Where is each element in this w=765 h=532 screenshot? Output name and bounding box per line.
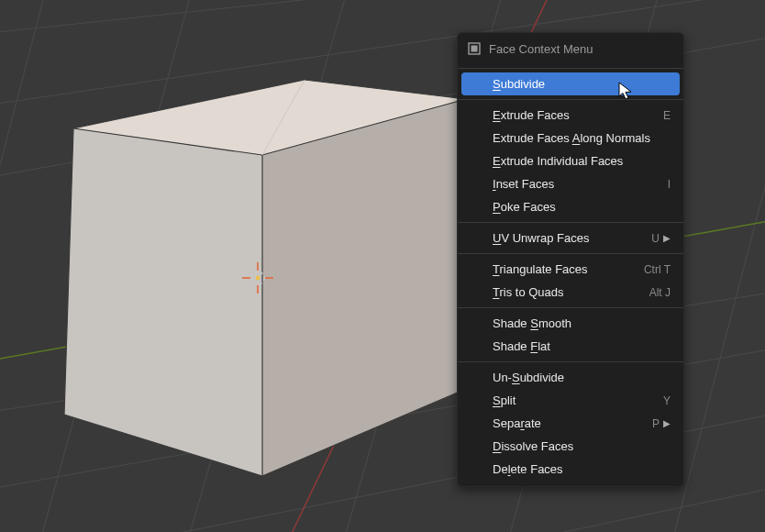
- submenu-arrow-icon: ▶: [663, 233, 671, 243]
- menu-title: Face Context Menu: [458, 33, 683, 64]
- menu-item-label: Dissolve Faces: [493, 439, 671, 453]
- menu-item-shortcut: P: [652, 417, 660, 430]
- svg-line-8: [28, 0, 202, 532]
- menu-item-label: Subdivide: [493, 77, 671, 91]
- menu-item-label: Split: [493, 393, 656, 407]
- menu-item-extrude-along-normals[interactable]: Extrude Faces Along Normals: [458, 127, 683, 150]
- menu-item-shortcut: U: [651, 232, 660, 245]
- menu-item-extrude-individual[interactable]: Extrude Individual Faces: [458, 150, 683, 172]
- menu-item-shortcut: E: [663, 109, 671, 122]
- menu-item-label: Poke Faces: [493, 200, 671, 214]
- menu-title-text: Face Context Menu: [489, 42, 593, 56]
- menu-item-label: Shade Smooth: [493, 316, 671, 330]
- menu-item-shortcut: I: [668, 178, 671, 191]
- menu-item-delete-faces[interactable]: Delete Faces: [458, 458, 683, 481]
- menu-item-label: Un-Subdivide: [493, 371, 671, 384]
- menu-separator: [458, 222, 683, 223]
- menu-item-label: Extrude Individual Faces: [493, 154, 671, 168]
- menu-separator: [458, 361, 683, 362]
- menu-item-shortcut: Alt J: [649, 286, 671, 299]
- menu-item-uv-unwrap[interactable]: UV Unwrap FacesU▶: [458, 227, 683, 249]
- menu-item-poke-faces[interactable]: Poke Faces: [458, 195, 683, 218]
- menu-item-shortcut: Ctrl T: [644, 263, 671, 276]
- menu-item-shortcut: Y: [663, 394, 671, 407]
- face-context-menu: Face Context Menu SubdivideExtrude Faces…: [457, 32, 684, 487]
- viewport-3d[interactable]: Face Context Menu SubdivideExtrude Faces…: [0, 0, 765, 532]
- menu-item-label: Inset Faces: [493, 177, 660, 191]
- menu-item-label: Separate: [493, 416, 645, 430]
- menu-item-tris-to-quads[interactable]: Tris to QuadsAlt J: [458, 281, 683, 304]
- svg-line-0: [0, 0, 765, 37]
- menu-item-label: Shade Flat: [493, 339, 671, 353]
- menu-separator: [458, 99, 683, 100]
- face-icon: [467, 41, 482, 56]
- menu-item-triangulate[interactable]: Triangulate FacesCtrl T: [458, 258, 683, 281]
- submenu-arrow-icon: ▶: [663, 418, 671, 428]
- svg-line-7: [0, 0, 55, 532]
- menu-item-label: UV Unwrap Faces: [493, 231, 644, 245]
- menu-item-shade-smooth[interactable]: Shade Smooth: [458, 312, 683, 335]
- menu-item-label: Tris to Quads: [493, 285, 642, 299]
- svg-rect-27: [471, 46, 478, 52]
- menu-item-label: Delete Faces: [493, 462, 671, 476]
- menu-separator: [458, 307, 683, 308]
- menu-separator: [458, 253, 683, 254]
- menu-item-extrude-faces[interactable]: Extrude FacesE: [458, 104, 683, 127]
- menu-item-label: Extrude Faces Along Normals: [493, 131, 671, 145]
- menu-item-dissolve-faces[interactable]: Dissolve Faces: [458, 435, 683, 458]
- menu-item-label: Extrude Faces: [493, 108, 656, 122]
- menu-item-label: Triangulate Faces: [493, 262, 637, 276]
- menu-item-shade-flat[interactable]: Shade Flat: [458, 335, 683, 358]
- menu-item-un-subdivide[interactable]: Un-Subdivide: [458, 366, 683, 389]
- menu-item-inset-faces[interactable]: Inset FacesI: [458, 172, 683, 195]
- menu-item-split[interactable]: SplitY: [458, 389, 683, 412]
- menu-separator: [458, 68, 683, 69]
- menu-item-subdivide[interactable]: Subdivide: [461, 72, 680, 95]
- menu-item-separate[interactable]: SeparateP▶: [458, 412, 683, 435]
